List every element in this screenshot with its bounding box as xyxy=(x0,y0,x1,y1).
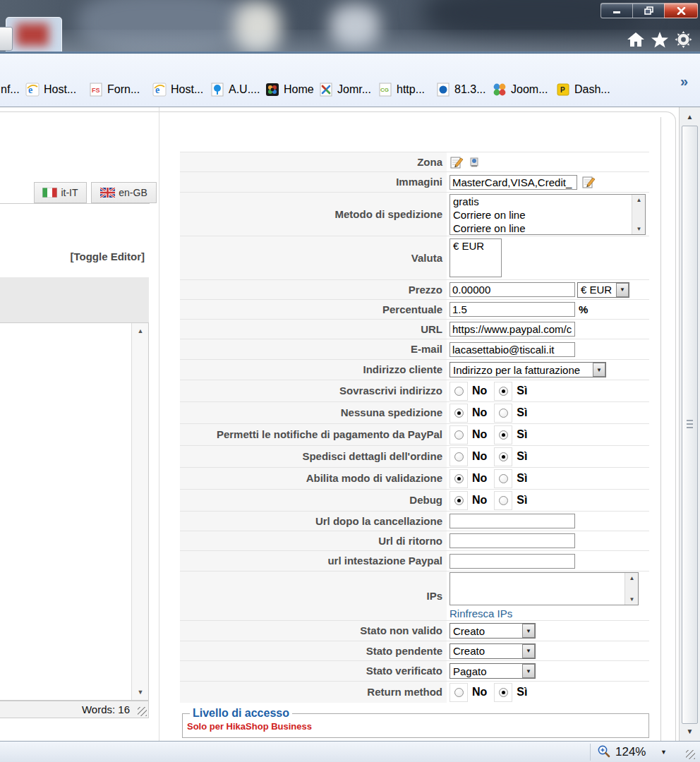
field-label: Abilita modo di validazione xyxy=(180,468,447,489)
percentage-input[interactable] xyxy=(449,302,575,317)
edit-icon[interactable] xyxy=(449,155,464,169)
page-scrollbar[interactable]: ▲ ▼ xyxy=(679,107,700,741)
tools-gear-icon[interactable] xyxy=(675,31,692,48)
delete-icon[interactable] xyxy=(469,156,479,168)
tab-label: it-IT xyxy=(61,187,78,198)
listbox-option[interactable]: Corriere on line xyxy=(450,208,645,222)
scroll-down-icon[interactable]: ▼ xyxy=(632,226,646,232)
dropdown-arrow-icon[interactable]: ▼ xyxy=(522,644,535,658)
favorite-item[interactable]: Joom... xyxy=(493,79,548,100)
minimize-button[interactable] xyxy=(601,3,632,18)
radio-no[interactable] xyxy=(449,447,468,466)
radio-si[interactable] xyxy=(494,447,512,466)
radio-si[interactable] xyxy=(494,425,512,445)
return-url-input[interactable] xyxy=(449,533,575,548)
scrollbar-thumb[interactable] xyxy=(682,126,698,724)
editor-resize-grip[interactable] xyxy=(138,707,147,716)
dropdown-arrow-icon[interactable]: ▼ xyxy=(593,363,605,377)
radio-si[interactable] xyxy=(494,404,512,423)
favorite-item[interactable]: A.U.... xyxy=(210,79,260,100)
favorite-item[interactable]: nf... xyxy=(1,79,20,100)
favorite-item[interactable]: FS Forn... xyxy=(89,79,140,100)
shipping-method-listbox[interactable]: gratis Corriere on line Corriere on line… xyxy=(449,194,646,235)
overflow-chevron[interactable]: » xyxy=(680,73,688,90)
header-url-input[interactable] xyxy=(449,554,575,569)
price-input[interactable] xyxy=(449,282,575,297)
form-row: Stato verificato Pagato ▼ xyxy=(180,661,649,682)
radio-si[interactable] xyxy=(494,683,512,702)
favorite-item[interactable]: CG http... xyxy=(378,79,425,100)
scroll-down-icon[interactable]: ▼ xyxy=(132,689,149,696)
favorite-item[interactable]: e Host... xyxy=(25,79,76,100)
clipped-toolbar-button[interactable] xyxy=(0,27,13,51)
pending-status-select[interactable]: Creato ▼ xyxy=(449,643,536,659)
editor-toolbar xyxy=(0,277,149,322)
favorite-item[interactable]: Home xyxy=(265,79,314,100)
currency-listbox[interactable]: € EUR xyxy=(449,238,502,277)
images-input[interactable] xyxy=(449,175,577,190)
italy-flag-icon xyxy=(42,188,57,198)
tab-en-GB[interactable]: en-GB xyxy=(91,182,157,203)
favorites-star-icon[interactable] xyxy=(651,31,669,48)
tab-it-IT[interactable]: it-IT xyxy=(34,182,87,203)
invalid-status-select[interactable]: Creato ▼ xyxy=(449,623,536,639)
scroll-down-icon[interactable]: ▼ xyxy=(680,727,700,735)
radio-si[interactable] xyxy=(494,382,512,401)
zoom-dropdown-icon[interactable]: ▼ xyxy=(660,749,667,756)
close-button[interactable] xyxy=(664,3,698,18)
verified-status-select[interactable]: Pagato ▼ xyxy=(449,663,536,679)
url-input[interactable] xyxy=(449,322,575,337)
customer-address-select[interactable]: Indirizzo per la fatturazione ▼ xyxy=(449,362,606,377)
scroll-up-icon[interactable]: ▲ xyxy=(625,575,639,581)
favorite-label: Joom... xyxy=(511,83,548,96)
selected-value: Creato xyxy=(450,645,522,657)
editor-textarea[interactable]: ▲ ▼ xyxy=(0,322,149,701)
form-row: Zona xyxy=(180,152,649,172)
tabs-underline xyxy=(0,203,150,204)
price-currency-select[interactable]: € EUR ▼ xyxy=(577,282,629,298)
ips-textarea[interactable]: ▲ ▼ xyxy=(449,572,639,605)
radio-si[interactable] xyxy=(494,469,512,488)
field-label: Url di ritorno xyxy=(180,531,447,550)
radio-no[interactable] xyxy=(449,382,468,401)
listbox-option[interactable]: € EUR xyxy=(450,239,501,253)
favorite-item[interactable]: e Host... xyxy=(152,79,203,100)
field-label: Url dopo la cancellazione xyxy=(180,512,447,531)
radio-si[interactable] xyxy=(494,491,512,510)
refresh-ips-link[interactable]: Rinfresca IPs xyxy=(449,607,512,619)
favorite-item[interactable]: Jomr... xyxy=(319,79,371,100)
field-label: Return method xyxy=(180,682,447,703)
listbox-option[interactable]: Corriere on line xyxy=(450,222,645,235)
radio-no[interactable] xyxy=(449,683,468,702)
window-resize-grip[interactable] xyxy=(686,750,695,759)
listbox-option[interactable]: gratis xyxy=(450,195,645,208)
edit-icon[interactable] xyxy=(581,175,596,189)
radio-no[interactable] xyxy=(449,404,468,423)
dropdown-arrow-icon[interactable]: ▼ xyxy=(522,664,535,678)
zoom-level[interactable]: 124% xyxy=(615,745,646,759)
restore-button[interactable] xyxy=(632,3,664,18)
radio-no[interactable] xyxy=(449,425,468,445)
favorite-item[interactable]: P Dash... xyxy=(556,79,610,100)
scroll-down-icon[interactable]: ▼ xyxy=(625,596,639,603)
dropdown-arrow-icon[interactable]: ▼ xyxy=(522,624,535,638)
scroll-up-icon[interactable]: ▲ xyxy=(680,113,700,121)
radio-no[interactable] xyxy=(449,469,468,488)
favorite-item[interactable]: 81.3... xyxy=(436,79,485,100)
home-icon[interactable] xyxy=(627,31,645,48)
dropdown-arrow-icon[interactable]: ▼ xyxy=(616,283,629,297)
field-label: Nessuna spedizione xyxy=(180,402,447,423)
zoom-magnifier-icon[interactable] xyxy=(597,744,610,758)
scroll-up-icon[interactable]: ▲ xyxy=(132,327,149,334)
textarea-scrollbar[interactable]: ▲ ▼ xyxy=(624,573,638,605)
form-row: Return method No Sì xyxy=(180,682,649,703)
editor-scrollbar[interactable]: ▲ ▼ xyxy=(131,323,148,700)
toggle-editor-link[interactable]: [Toggle Editor] xyxy=(0,250,145,262)
favorites-bar: nf... e Host... FS Forn... e Host... A.U… xyxy=(0,54,700,107)
cancel-url-input[interactable] xyxy=(449,514,575,528)
scroll-up-icon[interactable]: ▲ xyxy=(632,197,646,203)
email-input[interactable] xyxy=(449,342,575,357)
browser-tab[interactable] xyxy=(6,17,62,52)
listbox-scrollbar[interactable]: ▲ ▼ xyxy=(632,195,645,234)
radio-no[interactable] xyxy=(449,491,468,510)
